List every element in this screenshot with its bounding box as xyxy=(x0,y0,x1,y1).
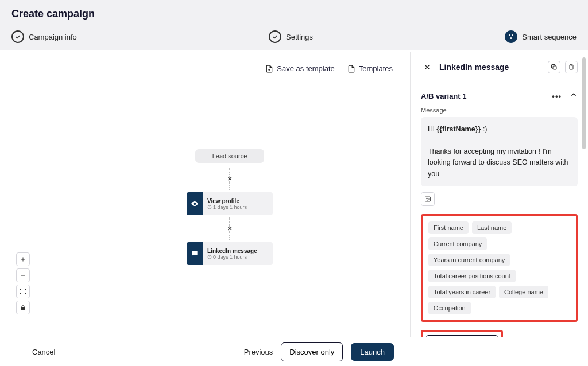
step-connector xyxy=(323,37,494,37)
add-ab-highlight: Add A/B variant xyxy=(421,330,503,337)
previous-button[interactable]: Previous xyxy=(244,348,273,356)
step-campaign-info[interactable]: Campaign info xyxy=(11,30,77,43)
footer-bar: Cancel Previous Discover only Launch xyxy=(0,337,410,366)
step-label: Settings xyxy=(286,33,313,41)
zoom-out-button[interactable] xyxy=(16,268,30,282)
step-label: Campaign info xyxy=(29,33,77,41)
templates-label: Templates xyxy=(359,64,393,73)
panel-scrollbar[interactable] xyxy=(582,57,586,149)
step-smart-sequence[interactable]: Smart sequence xyxy=(505,30,577,43)
zoom-controls xyxy=(16,252,30,314)
flow-diagram: Lead source ✕ View profile 1 days 1 hour… xyxy=(184,149,276,267)
tag-occupation[interactable]: Occupation xyxy=(428,302,471,314)
lead-source-node[interactable]: Lead source xyxy=(195,149,264,163)
close-panel-button[interactable] xyxy=(421,61,434,73)
collapse-variant-icon[interactable] xyxy=(570,91,578,101)
svg-rect-13 xyxy=(553,66,556,69)
message-icon xyxy=(187,242,203,265)
linkedin-message-node[interactable]: LinkedIn message 0 days 1 hours ⋮ xyxy=(187,242,273,265)
variant-title: A/B variant 1 xyxy=(421,92,466,100)
templates-button[interactable]: Templates xyxy=(347,64,393,73)
variant-menu-icon[interactable]: ••• xyxy=(552,92,562,100)
message-editor[interactable]: Hi {{firstName}} :) Thanks for accepting… xyxy=(421,117,578,186)
node-sub: 1 days 1 hours xyxy=(213,204,247,210)
svg-point-17 xyxy=(427,198,428,199)
step-connector xyxy=(87,37,258,37)
cancel-button[interactable]: Cancel xyxy=(32,348,55,356)
tag-first-name[interactable]: First name xyxy=(428,221,469,234)
page-title: Create campaign xyxy=(11,8,577,20)
copy-button[interactable] xyxy=(548,61,560,73)
page-header: Create campaign Campaign info Settings S… xyxy=(0,0,588,50)
add-ab-variant-button[interactable]: Add A/B variant xyxy=(426,335,498,337)
svg-point-0 xyxy=(509,34,510,36)
svg-point-1 xyxy=(512,34,513,36)
paste-button[interactable] xyxy=(565,61,578,73)
node-title: LinkedIn message xyxy=(207,248,257,254)
zoom-in-button[interactable] xyxy=(16,252,30,266)
variable-tags-box: First name Last name Current company Yea… xyxy=(421,214,578,322)
insert-image-button[interactable] xyxy=(421,192,435,206)
launch-button[interactable]: Launch xyxy=(351,343,394,361)
tag-college[interactable]: College name xyxy=(499,286,548,298)
tag-career-positions[interactable]: Total career positions count xyxy=(428,270,516,282)
tag-years-company[interactable]: Years in current company xyxy=(428,254,510,266)
svg-point-2 xyxy=(510,37,512,39)
tag-years-career[interactable]: Total years in career xyxy=(428,286,496,298)
step-config-panel: LinkedIn message A/B variant 1 ••• Messa… xyxy=(410,52,588,337)
stepper: Campaign info Settings Smart sequence xyxy=(11,30,577,50)
save-as-template-button[interactable]: Save as template xyxy=(265,64,334,73)
svg-rect-10 xyxy=(21,307,25,310)
remove-node-icon[interactable]: ✕ xyxy=(184,176,276,182)
remove-node-icon[interactable]: ✕ xyxy=(184,225,276,232)
panel-title: LinkedIn message xyxy=(439,63,542,72)
discover-only-button[interactable]: Discover only xyxy=(281,342,343,361)
message-variable: {{firstName}} xyxy=(436,125,481,133)
message-label: Message xyxy=(421,107,578,114)
tag-current-company[interactable]: Current company xyxy=(428,237,487,250)
step-label: Smart sequence xyxy=(522,33,577,41)
node-sub: 0 days 1 hours xyxy=(213,254,247,260)
eye-icon xyxy=(187,192,203,215)
tag-last-name[interactable]: Last name xyxy=(472,221,512,234)
sequence-canvas[interactable]: Save as template Templates Lead source ✕… xyxy=(0,52,410,337)
node-title: View profile xyxy=(207,198,247,204)
fit-screen-button[interactable] xyxy=(16,285,30,298)
save-template-label: Save as template xyxy=(277,64,334,73)
view-profile-node[interactable]: View profile 1 days 1 hours xyxy=(187,192,273,215)
lock-button[interactable] xyxy=(16,301,30,314)
step-settings[interactable]: Settings xyxy=(269,30,313,43)
